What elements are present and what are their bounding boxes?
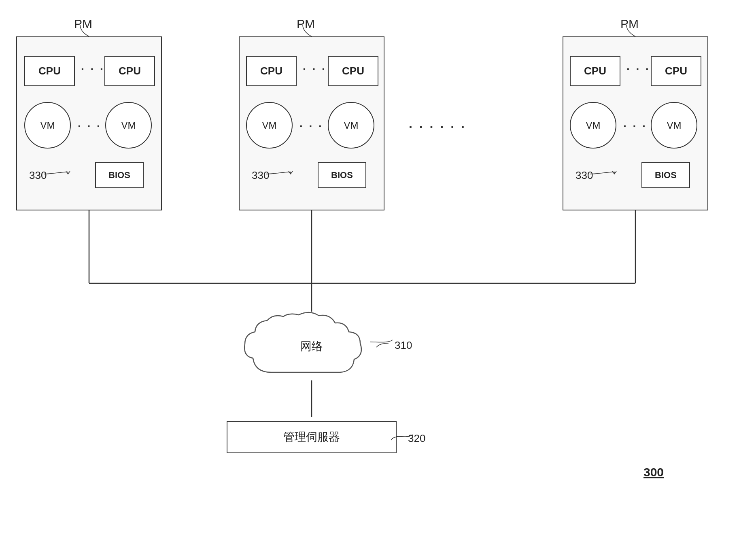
pm-label-1: PM — [74, 17, 92, 31]
ref-line-330-3 — [590, 170, 622, 182]
vm-circle-3a: VM — [570, 102, 616, 149]
cpu-dots-3: · · · — [626, 63, 650, 76]
vm-dots-3: · · · — [623, 120, 647, 133]
ref-line-310 — [389, 340, 417, 350]
mgmt-server-box: 管理伺服器 — [227, 421, 397, 453]
cpu-box-1b: CPU — [104, 56, 155, 86]
vm-dots-2: · · · — [299, 120, 323, 133]
bios-box-1: BIOS — [95, 162, 144, 188]
cpu-dots-1: · · · — [81, 63, 105, 76]
cpu-box-2b: CPU — [328, 56, 378, 86]
cpu-box-3a: CPU — [570, 56, 620, 86]
vm-circle-3b: VM — [651, 102, 697, 149]
diagram-container: PM PM PM CPU CPU CPU CPU CPU CPU · · · ·… — [0, 0, 756, 552]
pm-label-2: PM — [297, 17, 315, 31]
cpu-box-3b: CPU — [651, 56, 701, 86]
ref-line-320 — [402, 433, 431, 443]
cpu-box-2a: CPU — [246, 56, 297, 86]
cloud-svg: 网络 — [239, 312, 384, 384]
pm-dots-horizontal: · · · · · · — [409, 119, 466, 134]
ref-line-330-2 — [266, 170, 299, 182]
vm-circle-1b: VM — [105, 102, 152, 149]
vm-circle-2a: VM — [246, 102, 293, 149]
cloud-network: 网络 — [239, 312, 384, 384]
cpu-box-1a: CPU — [24, 56, 75, 86]
cpu-dots-2: · · · — [303, 63, 327, 76]
vm-circle-1a: VM — [24, 102, 71, 149]
pm-label-3: PM — [620, 17, 639, 31]
ref-line-330-1 — [44, 170, 76, 182]
svg-text:网络: 网络 — [300, 340, 323, 352]
vm-circle-2b: VM — [328, 102, 374, 149]
bios-box-3: BIOS — [641, 162, 690, 188]
ref-300: 300 — [643, 465, 664, 479]
bios-box-2: BIOS — [318, 162, 366, 188]
vm-dots-1: · · · — [78, 120, 102, 133]
